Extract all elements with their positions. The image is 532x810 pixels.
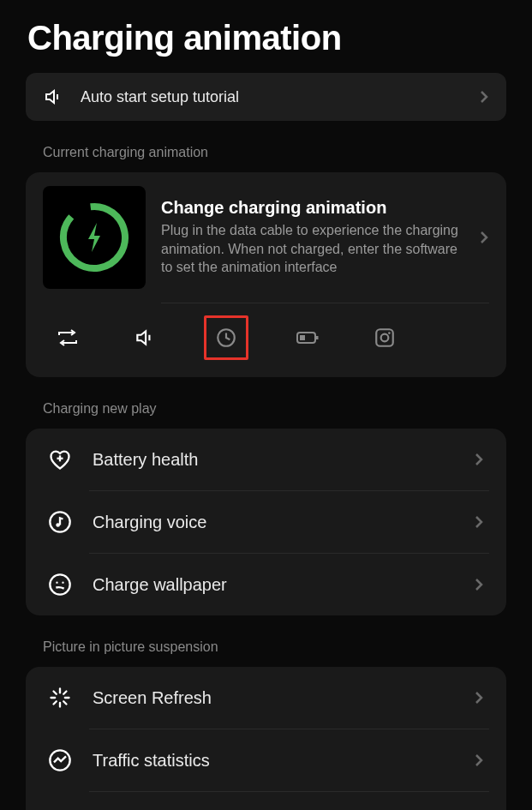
list-label: Screen Refresh [93, 688, 453, 708]
svg-point-16 [50, 574, 69, 594]
pip-section-label: Picture in picture suspension [0, 639, 532, 667]
loop-button[interactable] [50, 320, 86, 356]
svg-rect-7 [300, 335, 305, 340]
animation-description: Plug in the data cable to experience the… [161, 221, 463, 277]
new-play-list: Battery health Charging voice [26, 429, 506, 615]
floating-clock-row[interactable]: Floating clock [43, 792, 489, 810]
heart-plus-icon [48, 447, 72, 471]
list-label: Traffic statistics [93, 751, 453, 771]
animation-preview [43, 186, 146, 289]
chevron-right-icon [474, 690, 484, 705]
traffic-statistics-row[interactable]: Traffic statistics [43, 729, 489, 791]
current-animation-card: Change charging animation Plug in the da… [26, 172, 506, 377]
svg-point-17 [56, 582, 57, 584]
charge-wallpaper-row[interactable]: Charge wallpaper [43, 554, 489, 615]
svg-line-25 [54, 701, 57, 704]
battery-health-row[interactable]: Battery health [43, 429, 489, 490]
svg-marker-3 [137, 331, 146, 344]
face-icon [48, 573, 72, 597]
svg-rect-9 [376, 329, 393, 346]
battery-button[interactable] [290, 320, 326, 356]
list-label: Charging voice [93, 513, 453, 532]
list-label: Battery health [93, 450, 453, 470]
chevron-right-icon [474, 577, 484, 592]
animation-title: Change charging animation [161, 198, 463, 218]
charging-voice-row[interactable]: Charging voice [43, 491, 489, 553]
pip-list: Screen Refresh Traffic statistics Floati… [26, 667, 506, 810]
tutorial-row[interactable]: Auto start setup tutorial [26, 73, 506, 121]
camera-button[interactable] [367, 320, 403, 356]
sound-icon [43, 87, 63, 107]
clock-button[interactable] [204, 315, 248, 360]
animation-toolbar [43, 303, 489, 367]
sound-button[interactable] [127, 320, 163, 356]
current-section-label: Current charging animation [0, 145, 532, 172]
chevron-right-icon [474, 452, 484, 467]
sparkle-icon [48, 686, 72, 710]
svg-point-10 [381, 334, 389, 342]
screen-refresh-row[interactable]: Screen Refresh [43, 667, 489, 729]
tutorial-label: Auto start setup tutorial [81, 88, 462, 106]
list-label: Charge wallpaper [93, 575, 453, 595]
chevron-right-icon [474, 753, 484, 768]
svg-line-26 [63, 692, 66, 694]
svg-point-18 [62, 582, 63, 584]
chevron-right-icon [474, 514, 484, 530]
svg-line-24 [63, 701, 66, 704]
svg-marker-0 [46, 91, 54, 103]
new-play-section-label: Charging new play [0, 401, 532, 429]
chart-icon [48, 748, 72, 772]
chevron-right-icon [479, 230, 489, 245]
chevron-right-icon [479, 89, 489, 105]
page-title: Charging animation [0, 0, 532, 73]
svg-point-11 [388, 332, 391, 334]
change-animation-row[interactable]: Change charging animation Plug in the da… [43, 186, 489, 303]
svg-line-23 [54, 692, 57, 694]
music-note-icon [48, 510, 72, 534]
